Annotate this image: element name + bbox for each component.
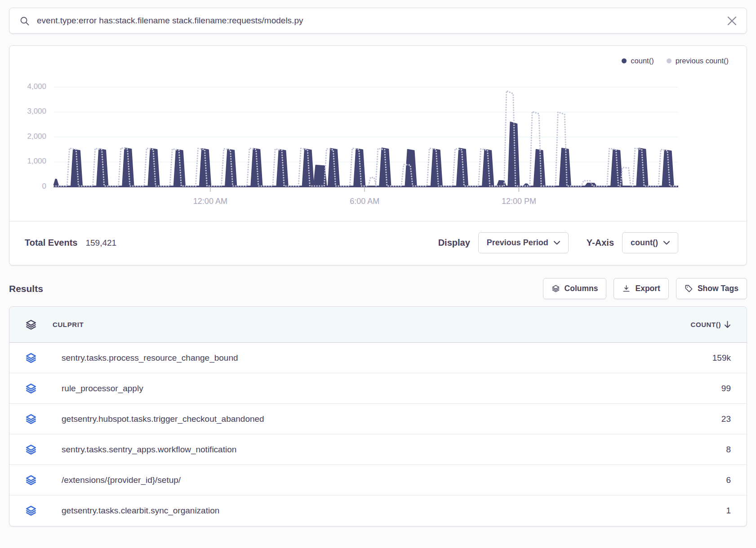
results-table: CULPRIT COUNT() sentry.tasks.process_res… [9,306,747,526]
layers-icon [25,474,37,486]
count-value: 159k [621,353,747,363]
table-row[interactable]: sentry.tasks.sentry_apps.workflow_notifi… [9,434,747,465]
total-events-value: 159,421 [85,238,116,248]
results-bar: Results Columns Export Show Tags [9,278,747,299]
chart-summary-row: Total Events 159,421 Display Previous Pe… [9,221,747,265]
table-row[interactable]: getsentry.hubspot.tasks.trigger_checkout… [9,404,747,434]
yaxis-dropdown[interactable]: count() [622,232,678,253]
row-stack-icon-cell[interactable] [9,474,53,486]
table-header-row: CULPRIT COUNT() [9,307,747,343]
layers-icon [551,284,560,293]
layers-icon [25,444,37,455]
y-tick: 4,000 [27,82,46,91]
chevron-down-icon [554,241,560,245]
close-icon [727,16,737,26]
layers-icon [25,413,37,425]
events-area-chart [53,66,678,192]
chevron-down-icon [663,241,670,245]
culprit-value: sentry.tasks.process_resource_change_bou… [53,353,621,363]
display-control: Display Previous Period [438,232,569,253]
x-tick: 12:00 PM [502,197,536,206]
layers-icon [25,505,37,517]
chart-y-axis: 4,000 3,000 2,000 1,000 0 [9,66,53,192]
table-row[interactable]: sentry.tasks.process_resource_change_bou… [9,343,747,373]
display-dropdown-value: Previous Period [487,238,548,247]
show-tags-button[interactable]: Show Tags [676,278,747,299]
table-row[interactable]: /extensions/{provider_id}/setup/ 6 [9,465,747,495]
y-tick: 1,000 [27,157,46,166]
layers-icon [25,352,37,364]
y-tick: 3,000 [27,107,46,116]
total-events-label: Total Events [25,238,77,248]
table-row[interactable]: rule_processor_apply 99 [9,373,747,404]
yaxis-label: Y-Axis [587,238,614,248]
x-tick: 12:00 AM [193,197,227,206]
tag-icon [685,284,693,293]
count-value: 8 [621,445,747,455]
events-chart-panel: count() previous count() 4,000 3,000 2,0… [9,45,747,265]
total-events: Total Events 159,421 [25,238,438,248]
search-input[interactable] [37,16,720,26]
page: count() previous count() 4,000 3,000 2,0… [0,8,756,544]
legend-label: previous count() [676,57,729,65]
culprit-value: getsentry.hubspot.tasks.trigger_checkout… [53,414,621,424]
row-stack-icon-cell[interactable] [9,413,53,425]
chart-plot-area[interactable]: 12:00 AM 6:00 AM 12:00 PM [53,66,678,210]
legend-label: count() [631,57,654,65]
download-icon [622,284,631,293]
count-value: 23 [621,414,747,424]
row-stack-icon-cell[interactable] [9,505,53,517]
culprit-value: getsentry.tasks.clearbit.sync_organizati… [53,506,621,516]
clear-search-button[interactable] [727,16,737,26]
export-button-label: Export [635,284,660,293]
count-value: 6 [621,475,747,485]
chart-body: 4,000 3,000 2,000 1,000 0 12:00 AM 6:00 … [9,66,747,210]
yaxis-dropdown-value: count() [631,238,658,247]
columns-button-label: Columns [565,284,598,293]
legend-item-count[interactable]: count() [622,57,654,65]
row-stack-icon-cell[interactable] [9,383,53,394]
layers-icon [25,383,37,394]
row-stack-icon-cell[interactable] [9,352,53,364]
count-value: 1 [621,506,747,516]
previous-count-legend-dot [667,58,672,63]
chart-legend: count() previous count() [622,57,729,65]
results-heading: Results [9,283,536,294]
show-tags-button-label: Show Tags [698,284,738,293]
row-stack-icon-cell[interactable] [9,444,53,455]
search-icon [19,16,30,26]
legend-item-previous-count[interactable]: previous count() [667,57,729,65]
culprit-value: /extensions/{provider_id}/setup/ [53,475,621,485]
count-value: 99 [621,384,747,393]
column-header-count[interactable]: COUNT() [621,321,747,328]
column-header-culprit[interactable]: CULPRIT [53,321,621,328]
culprit-value: rule_processor_apply [53,384,621,393]
header-stack-icon-cell [9,319,53,331]
columns-button[interactable]: Columns [543,278,607,299]
display-label: Display [438,238,470,248]
export-button[interactable]: Export [614,278,668,299]
count-legend-dot [622,58,627,63]
display-dropdown[interactable]: Previous Period [478,232,569,253]
yaxis-control: Y-Axis count() [587,232,678,253]
x-tick: 6:00 AM [350,197,379,206]
sort-desc-arrow-icon [724,321,731,328]
y-tick: 2,000 [27,132,46,141]
search-bar [9,8,747,34]
y-tick: 0 [42,182,46,191]
table-row[interactable]: getsentry.tasks.clearbit.sync_organizati… [9,495,747,526]
culprit-value: sentry.tasks.sentry_apps.workflow_notifi… [53,445,621,455]
layers-icon [25,319,37,331]
